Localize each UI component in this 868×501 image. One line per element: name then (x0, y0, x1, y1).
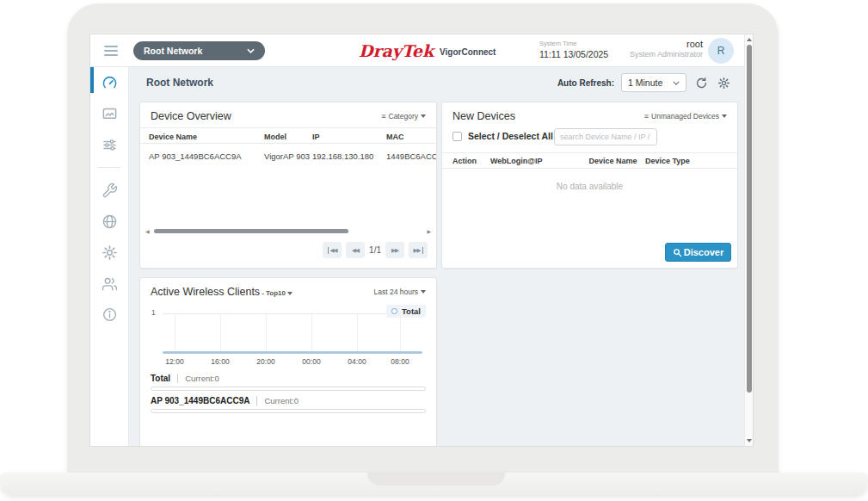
page-title: Root Network (146, 77, 213, 89)
list-bars-icon: ≡ (644, 112, 649, 121)
user-info: root System Administrator (630, 39, 703, 59)
client-stats: Total Current:0 AP 903_1449BC6ACC9A Curr… (151, 374, 426, 413)
select-all-checkbox[interactable] (452, 132, 462, 141)
next-page-icon: ▶▶ (391, 247, 398, 254)
total-series-line (163, 351, 422, 354)
scrollbar-thumb[interactable] (154, 229, 348, 233)
category-filter-dropdown[interactable]: ≡ Category (381, 112, 426, 121)
empty-state-message: No data available (442, 182, 737, 191)
discover-button-label: Discover (684, 247, 723, 257)
last-page-button[interactable]: ▶▶ (409, 242, 428, 258)
chevron-down-icon (247, 48, 255, 53)
stat-name: Total (151, 374, 170, 383)
user-name: root (630, 39, 703, 49)
top10-filter-dropdown[interactable]: - Top10 (262, 289, 292, 297)
device-search-input[interactable] (554, 128, 657, 145)
time-range-label: Last 24 hours (373, 288, 418, 296)
scroll-down-icon[interactable] (747, 439, 752, 442)
col-ip: IP (312, 133, 386, 141)
device-overview-panel: Device Overview ≡ Category Device Name M… (139, 102, 437, 269)
settings-button[interactable] (716, 75, 731, 90)
category-filter-label: Category (389, 112, 419, 121)
gear-icon (717, 77, 730, 90)
system-time-label: System Time (539, 40, 608, 47)
auto-refresh-controls: Auto Refresh: 1 Minute (557, 73, 731, 92)
col-model: Model (264, 133, 312, 141)
laptop-notch (367, 473, 505, 486)
app-body: Root Network Auto Refresh: 1 Minute (90, 67, 753, 446)
first-page-button[interactable]: ◀◀ (323, 242, 342, 258)
sidebar-item-about[interactable] (90, 299, 129, 330)
gear-icon (102, 244, 118, 261)
x-tick: 16:00 (211, 357, 229, 366)
scroll-left-icon[interactable]: ◀ (145, 229, 150, 234)
caret-down-icon (287, 292, 292, 295)
network-selector-dropdown[interactable]: Root Network (133, 41, 265, 60)
monitoring-icon (102, 106, 118, 122)
sidebar-item-settings[interactable] (90, 237, 129, 268)
select-all-label[interactable]: Select / Deselect All (468, 131, 553, 141)
sidebar-item-users[interactable] (90, 268, 129, 299)
sidebar-item-network[interactable] (90, 206, 129, 237)
caret-down-icon (421, 114, 426, 118)
sidebar-item-maintenance[interactable] (90, 175, 129, 206)
x-tick: 08:00 (391, 357, 409, 366)
sidebar-item-configuration[interactable] (90, 129, 129, 160)
next-page-button[interactable]: ▶▶ (385, 242, 404, 258)
x-tick: 00:00 (302, 357, 320, 366)
auto-refresh-label: Auto Refresh: (557, 78, 614, 88)
legend-label: Total (402, 306, 421, 316)
device-table-header: Device Name Model IP MAC UP Time (140, 127, 436, 144)
first-page-icon: ◀◀ (328, 247, 337, 254)
main-content: Root Network Auto Refresh: 1 Minute (129, 67, 745, 446)
avatar[interactable]: R (708, 38, 734, 64)
globe-icon (102, 213, 118, 230)
gridline (220, 313, 221, 353)
scroll-up-icon[interactable] (747, 38, 752, 41)
app-screen: Root Network DrayTek VigorConnect System… (90, 34, 753, 446)
prev-page-button[interactable]: ◀◀ (346, 242, 365, 258)
discover-button[interactable]: Discover (665, 243, 731, 262)
col-device-type: Device Type (645, 157, 727, 165)
x-tick: 04:00 (348, 357, 366, 366)
laptop-mockup: Root Network DrayTek VigorConnect System… (0, 0, 868, 501)
stat-current: Current:0 (256, 396, 299, 405)
avatar-initial: R (717, 45, 725, 57)
brand-logo: DrayTek VigorConnect (359, 34, 496, 67)
last-page-icon: ▶▶ (414, 247, 423, 254)
new-devices-panel: New Devices ≡ Unmanaged Devices Select /… (441, 102, 738, 269)
cell-model: VigorAP 903 (264, 152, 312, 161)
scrollbar-thumb[interactable] (747, 45, 752, 393)
unmanaged-devices-dropdown[interactable]: ≡ Unmanaged Devices (644, 112, 727, 121)
list-bars-icon: ≡ (381, 112, 385, 121)
x-tick: 12:00 (165, 357, 183, 366)
new-devices-title: New Devices (452, 110, 515, 122)
page-indicator: 1/1 (369, 245, 381, 255)
gridline (311, 313, 312, 353)
gridline (266, 313, 267, 353)
refresh-icon (695, 77, 708, 90)
menu-hamburger-icon[interactable] (104, 46, 118, 59)
horizontal-scrollbar[interactable]: ◀ ▶ (145, 228, 431, 235)
legend-total[interactable]: Total (386, 305, 426, 318)
unmanaged-devices-label: Unmanaged Devices (651, 112, 719, 121)
prev-page-icon: ◀◀ (352, 247, 359, 254)
scroll-right-icon[interactable]: ▶ (427, 229, 431, 234)
info-icon (102, 306, 118, 323)
stat-name: AP 903_1449BC6ACC9A (151, 396, 249, 405)
cell-mac: 1449BC6ACC9A (386, 152, 436, 161)
sidebar-item-dashboard[interactable] (90, 67, 129, 98)
gridline (357, 313, 358, 353)
auto-refresh-value: 1 Minute (628, 77, 662, 88)
refresh-button[interactable] (693, 75, 709, 90)
auto-refresh-select[interactable]: 1 Minute (621, 73, 686, 92)
col-action: Action (452, 157, 490, 165)
cell-device-name[interactable]: AP 903_1449BC6ACC9A (149, 152, 264, 161)
wireless-clients-chart: 1 12:00 16:00 20:00 00:00 04:00 (163, 305, 426, 367)
device-table-row[interactable]: AP 903_1449BC6ACC9A VigorAP 903 192.168.… (140, 144, 436, 168)
time-range-dropdown[interactable]: Last 24 hours (373, 288, 426, 296)
sidebar-item-monitoring[interactable] (90, 98, 129, 129)
col-weblogin-ip: WebLogin@IP (490, 157, 581, 165)
vertical-scrollbar[interactable] (744, 34, 753, 446)
legend-marker-icon (391, 308, 397, 314)
